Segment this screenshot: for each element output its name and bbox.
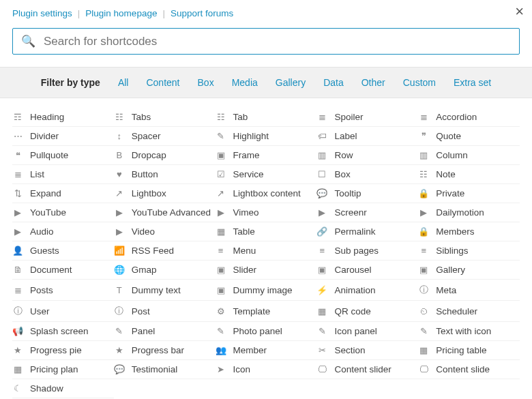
shortcode-content-slide[interactable]: 🖵Content slide xyxy=(418,360,520,379)
shortcode-members[interactable]: 🔒Members xyxy=(418,222,520,241)
shortcode-testimonial[interactable]: 💬Testimonial xyxy=(114,360,216,379)
shortcode-post[interactable]: ⓘPost xyxy=(114,301,216,322)
shortcode-sub-pages[interactable]: ≡Sub pages xyxy=(316,241,418,261)
plugin-homepage-link[interactable]: Plugin homepage xyxy=(85,8,157,18)
shortcode-quote[interactable]: ❞Quote xyxy=(418,127,520,146)
shortcode-section[interactable]: ✂Section xyxy=(316,341,418,360)
gmap-icon: 🌐 xyxy=(114,265,125,275)
shortcode-dropcap[interactable]: BDropcap xyxy=(114,146,216,165)
shortcode-meta[interactable]: ⓘMeta xyxy=(418,280,520,301)
shortcode-icon-panel[interactable]: ✎Icon panel xyxy=(316,322,418,341)
shortcode-lightbox[interactable]: ↗Lightbox xyxy=(114,184,216,203)
shortcode-member[interactable]: 👥Member xyxy=(216,341,317,360)
shortcode-video[interactable]: ▶Video xyxy=(114,222,216,241)
shortcode-service[interactable]: ☑Service xyxy=(216,165,317,184)
shortcode-dailymotion[interactable]: ▶Dailymotion xyxy=(418,203,520,222)
plugin-settings-link[interactable]: Plugin settings xyxy=(12,8,72,18)
shortcode-label: Document xyxy=(30,265,72,275)
support-forums-link[interactable]: Support forums xyxy=(171,8,233,18)
search-input[interactable] xyxy=(44,35,511,48)
filter-box[interactable]: Box xyxy=(198,77,214,88)
filter-custom[interactable]: Custom xyxy=(403,77,436,88)
shortcode-dummy-text[interactable]: TDummy text xyxy=(114,280,216,301)
shortcode-document[interactable]: 🗎Document xyxy=(12,261,114,280)
service-icon: ☑ xyxy=(216,169,226,179)
shortcode-heading[interactable]: ☶Heading xyxy=(12,108,114,127)
shortcode-splash-screen[interactable]: 📢Splash screen xyxy=(12,322,114,341)
filter-data[interactable]: Data xyxy=(323,77,344,88)
shortcode-guests[interactable]: 👤Guests xyxy=(12,241,114,261)
shortcode-lightbox-content[interactable]: ↗Lightbox content xyxy=(216,184,317,203)
shortcode-button[interactable]: ♥Button xyxy=(114,165,216,184)
shortcode-expand[interactable]: ⇅Expand xyxy=(12,184,114,203)
shortcode-menu[interactable]: ≡Menu xyxy=(216,241,317,261)
content-slide-icon: 🖵 xyxy=(418,364,429,374)
vimeo-icon: ▶ xyxy=(216,207,226,218)
shortcode-carousel[interactable]: ▣Carousel xyxy=(316,261,418,280)
shortcode-screenr[interactable]: ▶Screenr xyxy=(316,203,418,222)
shortcode-icon[interactable]: ➤Icon xyxy=(216,360,317,379)
shortcode-shadow[interactable]: ☾Shadow xyxy=(12,379,114,398)
shortcode-slider[interactable]: ▣Slider xyxy=(216,261,317,280)
label-icon: 🏷 xyxy=(316,131,327,141)
shortcode-label: Icon panel xyxy=(334,326,376,336)
button-icon: ♥ xyxy=(114,169,125,179)
shortcode-highlight[interactable]: ✎Highlight xyxy=(216,127,317,146)
shortcode-audio[interactable]: ▶Audio xyxy=(12,222,114,241)
shortcode-permalink[interactable]: 🔗Permalink xyxy=(316,222,418,241)
shortcode-divider[interactable]: ⋯Divider xyxy=(12,127,114,146)
shortcode-dummy-image[interactable]: ▣Dummy image xyxy=(216,280,317,301)
filter-media[interactable]: Media xyxy=(232,77,258,88)
shortcode-progress-pie[interactable]: ★Progress pie xyxy=(12,341,114,360)
shortcode-photo-panel[interactable]: ✎Photo panel xyxy=(216,322,317,341)
shortcode-gmap[interactable]: 🌐Gmap xyxy=(114,261,216,280)
shortcode-accordion[interactable]: ≣Accordion xyxy=(418,108,520,127)
shortcode-tab[interactable]: ☷Tab xyxy=(216,108,317,127)
shortcode-tabs[interactable]: ☷Tabs xyxy=(114,108,216,127)
shortcode-text-with-icon[interactable]: ✎Text with icon xyxy=(418,322,520,341)
shortcode-vimeo[interactable]: ▶Vimeo xyxy=(216,203,317,222)
shortcode-list[interactable]: ≣List xyxy=(12,165,114,184)
shortcode-private[interactable]: 🔒Private xyxy=(418,184,520,203)
shortcode-label: Tabs xyxy=(132,112,151,122)
dailymotion-icon: ▶ xyxy=(418,207,429,218)
shortcode-pricing-table[interactable]: ▦Pricing table xyxy=(418,341,520,360)
shortcode-column[interactable]: ▥Column xyxy=(418,146,520,165)
shortcode-pricing-plan[interactable]: ▦Pricing plan xyxy=(12,360,114,379)
shortcode-content-slider[interactable]: 🖵Content slider xyxy=(316,360,418,379)
shortcode-panel[interactable]: ✎Panel xyxy=(114,322,216,341)
filter-gallery[interactable]: Gallery xyxy=(276,77,306,88)
shortcode-row[interactable]: ▥Row xyxy=(316,146,418,165)
shortcode-posts[interactable]: ≣Posts xyxy=(12,280,114,301)
shortcode-pullquote[interactable]: ❝Pullquote xyxy=(12,146,114,165)
filter-content[interactable]: Content xyxy=(146,77,179,88)
heading-icon: ☶ xyxy=(12,112,23,122)
shortcode-progress-bar[interactable]: ★Progress bar xyxy=(114,341,216,360)
shortcode-label: Icon xyxy=(233,364,251,374)
shortcode-animation[interactable]: ⚡Animation xyxy=(316,280,418,301)
shortcode-spacer[interactable]: ↕Spacer xyxy=(114,127,216,146)
filter-extra-set[interactable]: Extra set xyxy=(454,77,491,88)
filter-all[interactable]: All xyxy=(118,77,129,88)
shortcode-label: Heading xyxy=(30,112,64,122)
shortcode-siblings[interactable]: ≡Siblings xyxy=(418,241,520,261)
close-button[interactable]: × xyxy=(515,4,524,19)
shortcode-template[interactable]: ⚙Template xyxy=(216,301,317,322)
shortcode-rss-feed[interactable]: 📶RSS Feed xyxy=(114,241,216,261)
shortcode-frame[interactable]: ▣Frame xyxy=(216,146,317,165)
shortcode-label[interactable]: 🏷Label xyxy=(316,127,418,146)
shortcode-qr-code[interactable]: ▦QR code xyxy=(316,301,418,322)
shortcode-label: Progress bar xyxy=(132,345,184,355)
shortcode-box[interactable]: ☐Box xyxy=(316,165,418,184)
shortcode-table[interactable]: ▦Table xyxy=(216,222,317,241)
shortcode-youtube[interactable]: ▶YouTube xyxy=(12,203,114,222)
filter-other[interactable]: Other xyxy=(361,77,385,88)
shortcode-scheduler[interactable]: ⏲Scheduler xyxy=(418,301,520,322)
shortcode-gallery[interactable]: ▣Gallery xyxy=(418,261,520,280)
shortcode-spoiler[interactable]: ≣Spoiler xyxy=(316,108,418,127)
shortcode-label: Meta xyxy=(436,285,456,295)
shortcode-user[interactable]: ⓘUser xyxy=(12,301,114,322)
shortcode-tooltip[interactable]: 💬Tooltip xyxy=(316,184,418,203)
shortcode-note[interactable]: ☷Note xyxy=(418,165,520,184)
shortcode-youtube-advanced[interactable]: ▶YouTube Advanced xyxy=(114,203,216,222)
